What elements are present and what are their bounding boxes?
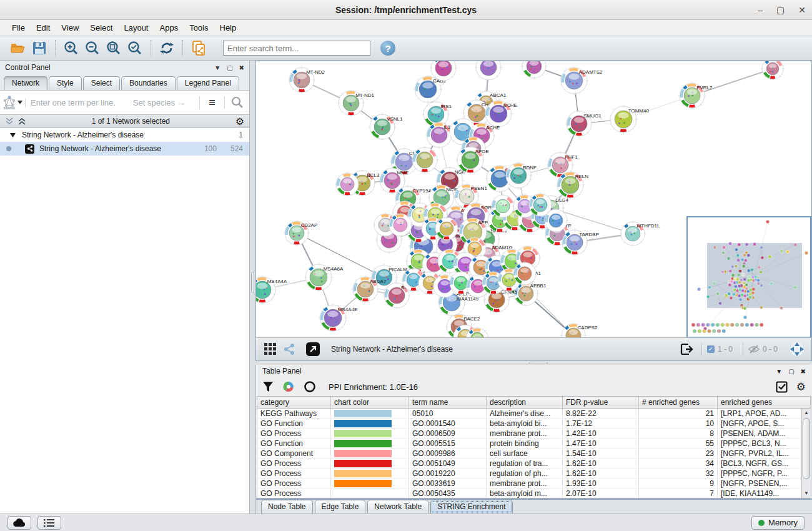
scroll-down-icon[interactable]: ▼: [803, 490, 810, 497]
select-columns-icon[interactable]: [776, 381, 788, 393]
string-provider-button[interactable]: STRING: [0, 95, 25, 110]
set-species-label[interactable]: Set species →: [133, 98, 186, 107]
table-row[interactable]: GO ProcessGO:0019220regulation of ph...1…: [257, 469, 801, 479]
table-row[interactable]: GO ComponentGO:0009986cell surface1.54E-…: [257, 449, 801, 459]
zoom-fit-icon[interactable]: [103, 38, 124, 58]
column-header-term-name[interactable]: term name: [409, 397, 487, 408]
zoom-selected-icon[interactable]: [124, 38, 146, 58]
table-panel-menu-icon[interactable]: ▼: [776, 368, 782, 375]
menu-view[interactable]: View: [56, 21, 84, 35]
table-row[interactable]: GO ProcessGO:0033619membrane prot...1.93…: [257, 479, 801, 489]
zoom-out-icon[interactable]: [82, 38, 103, 58]
menu-file[interactable]: File: [6, 21, 31, 35]
network-share-button[interactable]: [188, 38, 209, 58]
network-node[interactable]: [335, 172, 360, 197]
column-header-description[interactable]: description: [487, 397, 563, 408]
column-header-category[interactable]: category: [257, 397, 331, 408]
export-network-icon[interactable]: [678, 340, 696, 358]
pie-chart-icon[interactable]: [282, 380, 295, 393]
search-input[interactable]: [223, 41, 370, 56]
menu-select[interactable]: Select: [84, 21, 118, 35]
tab-legend-panel[interactable]: Legend Panel: [177, 76, 239, 90]
network-node-adamts2[interactable]: ADAMTS2: [560, 66, 603, 96]
ring-chart-icon[interactable]: [304, 380, 316, 393]
string-options-icon[interactable]: ≡: [199, 96, 224, 109]
network-collection-row[interactable]: String Network - Alzheimer's disease 1: [0, 128, 249, 142]
network-node-cadps2[interactable]: CADPS2: [560, 322, 598, 338]
minimize-icon[interactable]: –: [758, 6, 763, 14]
refresh-icon[interactable]: [156, 38, 177, 58]
birds-eye-view[interactable]: [686, 216, 811, 337]
network-node[interactable]: [434, 216, 460, 242]
network-node-smug1[interactable]: SMUG1: [565, 110, 602, 138]
help-icon[interactable]: ?: [380, 41, 395, 56]
tab-boundaries[interactable]: Boundaries: [121, 76, 176, 90]
network-node-cd2ap[interactable]: CD2AP: [284, 220, 318, 247]
table-row[interactable]: GO FunctionGO:0001540beta-amyloid bi...1…: [257, 419, 801, 429]
network-node[interactable]: [388, 212, 413, 238]
table-row[interactable]: KEGG Pathways05010Alzheimer's dise...8.8…: [257, 409, 801, 419]
collapse-all-icon[interactable]: [5, 117, 14, 125]
task-history-button[interactable]: [37, 516, 61, 530]
network-node-mthfd1l[interactable]: MTHFD1L: [620, 221, 661, 247]
network-node-ms4a6a[interactable]: MS4A6A: [304, 263, 344, 292]
menu-apps[interactable]: Apps: [154, 21, 184, 35]
table-panel-float-icon[interactable]: ▢: [788, 368, 794, 375]
tab-network[interactable]: Network: [4, 76, 47, 90]
network-node-mt-nd1[interactable]: MT-ND1: [337, 89, 375, 117]
panel-float-icon[interactable]: ▢: [227, 64, 232, 71]
column-header-enriched-genes[interactable]: enriched genes: [718, 397, 811, 408]
scroll-up-icon[interactable]: ▲: [803, 409, 810, 417]
string-search-icon[interactable]: [224, 96, 249, 109]
network-node-tomm40[interactable]: TOMM40: [609, 105, 650, 134]
column-header--enriched-genes[interactable]: # enriched genes: [639, 397, 718, 408]
menu-help[interactable]: Help: [214, 21, 242, 35]
tree-expand-icon[interactable]: [10, 133, 16, 137]
tab-node-table[interactable]: Node Table: [261, 500, 313, 514]
network-row-selected[interactable]: String Network - Alzheimer's disease 100…: [0, 142, 249, 156]
filter-icon[interactable]: [262, 381, 274, 392]
navigator-compass-icon[interactable]: [788, 340, 806, 358]
menu-edit[interactable]: Edit: [31, 21, 56, 35]
network-node[interactable]: [411, 146, 439, 174]
panel-menu-icon[interactable]: ▼: [214, 64, 220, 71]
network-node[interactable]: [521, 61, 548, 80]
table-row[interactable]: GO FunctionGO:0005515protein binding1.47…: [257, 439, 801, 449]
tab-select[interactable]: Select: [83, 76, 120, 90]
tab-style[interactable]: Style: [49, 76, 82, 90]
column-header-fdr-p-value[interactable]: FDR p-value: [563, 397, 639, 408]
vertical-splitter[interactable]: [250, 61, 255, 514]
panel-close-icon[interactable]: ✖: [239, 64, 244, 71]
scrollbar-thumb[interactable]: [803, 418, 810, 479]
network-node[interactable]: [475, 61, 503, 82]
network-node-il1b[interactable]: IL1B: [425, 121, 454, 149]
network-node-ms4a4a[interactable]: MS4A4A: [256, 275, 287, 305]
expand-all-icon[interactable]: [17, 117, 26, 125]
share-view-icon[interactable]: [280, 340, 299, 358]
open-session-button[interactable]: [7, 38, 29, 58]
maximize-icon[interactable]: ▢: [776, 6, 785, 14]
network-node[interactable]: [543, 208, 569, 234]
network-node-vsnl1[interactable]: VSNL1: [369, 113, 404, 141]
tab-string-enrichment[interactable]: STRING Enrichment: [430, 500, 512, 514]
horizontal-splitter[interactable]: [255, 361, 812, 365]
menu-tools[interactable]: Tools: [184, 21, 214, 35]
tab-network-table[interactable]: Network Table: [367, 500, 428, 514]
memory-button[interactable]: Memory: [751, 516, 805, 530]
table-settings-gear-icon[interactable]: ⚙: [796, 380, 806, 394]
save-session-button[interactable]: [29, 38, 50, 58]
network-node[interactable]: [512, 261, 538, 287]
cloud-tasks-button[interactable]: [7, 516, 31, 530]
network-node[interactable]: [490, 194, 516, 219]
close-icon[interactable]: ✕: [798, 6, 806, 14]
grid-view-icon[interactable]: [261, 340, 280, 358]
table-panel-close-icon[interactable]: ✖: [801, 368, 806, 375]
network-options-gear-icon[interactable]: ⚙: [235, 116, 244, 127]
menu-layout[interactable]: Layout: [118, 21, 154, 35]
network-node-pvrl2[interactable]: PVRL2: [678, 82, 713, 110]
table-row[interactable]: GO ProcessGO:0006509membrane prot...1.42…: [257, 429, 801, 439]
string-query-input[interactable]: Enter one term per line. Set species →: [25, 98, 199, 107]
column-header-chart-color[interactable]: chart color: [331, 397, 409, 408]
zoom-in-icon[interactable]: [61, 38, 82, 58]
tab-edge-table[interactable]: Edge Table: [315, 500, 366, 514]
